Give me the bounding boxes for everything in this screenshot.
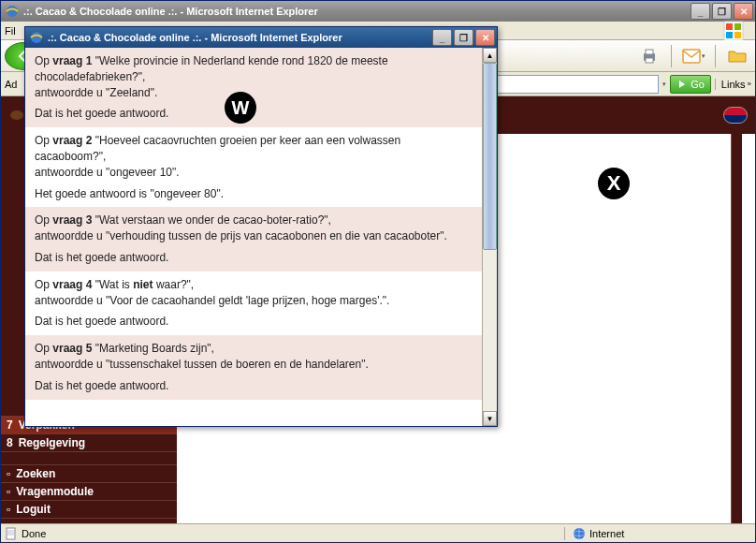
folder-button[interactable]	[723, 43, 751, 69]
address-label: Ad	[5, 79, 17, 90]
badge-w: W	[225, 92, 256, 124]
popup-window: .:. Cacao & Chocolade online .:. - Micro…	[24, 26, 498, 427]
popup-close-button[interactable]: ✕	[475, 29, 495, 46]
nav-item-zoeken[interactable]: ▫ Zoeken	[1, 464, 177, 482]
scroll-up-button[interactable]: ▲	[483, 48, 497, 63]
popup-body: Op vraag 1 "Welke provincie in Nederland…	[25, 48, 497, 426]
svg-point-6	[10, 110, 23, 120]
svg-rect-3	[646, 50, 653, 54]
main-title: .:. Cacao & Chocolade online .:. - Micro…	[23, 6, 691, 17]
language-flag[interactable]	[723, 107, 748, 124]
svg-rect-4	[646, 58, 653, 63]
scroll-down-button[interactable]: ▼	[483, 411, 497, 426]
scroll-thumb[interactable]	[483, 63, 497, 250]
popup-title: .:. Cacao & Chocolade online .:. - Micro…	[48, 32, 432, 43]
toolbar-separator	[671, 45, 672, 67]
nav-item-regelgeving[interactable]: 8 Regelgeving	[1, 433, 177, 451]
links-toolbar[interactable]: Links »	[715, 79, 751, 90]
svg-rect-8	[7, 528, 15, 539]
ie-icon	[29, 30, 44, 45]
ie-icon	[5, 4, 20, 19]
popup-minimize-button[interactable]: _	[432, 29, 452, 46]
feedback-item: Op vraag 3 "Wat verstaan we onder de cac…	[25, 207, 482, 271]
toolbar-separator	[715, 45, 716, 67]
cocoa-icon	[8, 107, 25, 124]
status-text: Done	[22, 528, 46, 539]
popup-titlebar: .:. Cacao & Chocolade online .:. - Micro…	[25, 27, 497, 48]
badge-x: X	[598, 168, 630, 199]
nav-item-vragenmodule[interactable]: ▫ Vragenmodule	[1, 482, 177, 500]
svg-rect-5	[683, 50, 700, 63]
scroll-track[interactable]	[483, 63, 497, 411]
page-icon	[5, 527, 18, 540]
minimize-button[interactable]: _	[691, 3, 710, 20]
feedback-item: Op vraag 5 "Marketing Boards zijn", antw…	[25, 335, 482, 399]
feedback-item: Op vraag 2 "Hoeveel cacaovruchten groeie…	[25, 127, 482, 207]
menu-file[interactable]: Fil	[5, 25, 16, 37]
popup-maximize-button[interactable]: ❐	[454, 29, 473, 46]
svg-point-0	[7, 6, 18, 17]
go-button[interactable]: Go	[670, 75, 711, 94]
mail-button[interactable]: ▾	[679, 43, 707, 69]
print-button[interactable]	[635, 43, 663, 69]
feedback-item: Op vraag 4 "Wat is niet waar?", antwoord…	[25, 272, 482, 335]
zone-text: Internet	[589, 528, 624, 539]
right-stripe	[731, 134, 742, 523]
svg-point-11	[31, 32, 42, 43]
popup-scrollbar[interactable]: ▲ ▼	[482, 48, 497, 426]
globe-icon	[573, 527, 586, 540]
nav-item-loguit[interactable]: ▫ Loguit	[1, 500, 177, 518]
statusbar: Done Internet	[1, 523, 755, 542]
main-titlebar: .:. Cacao & Chocolade online .:. - Micro…	[1, 1, 755, 22]
